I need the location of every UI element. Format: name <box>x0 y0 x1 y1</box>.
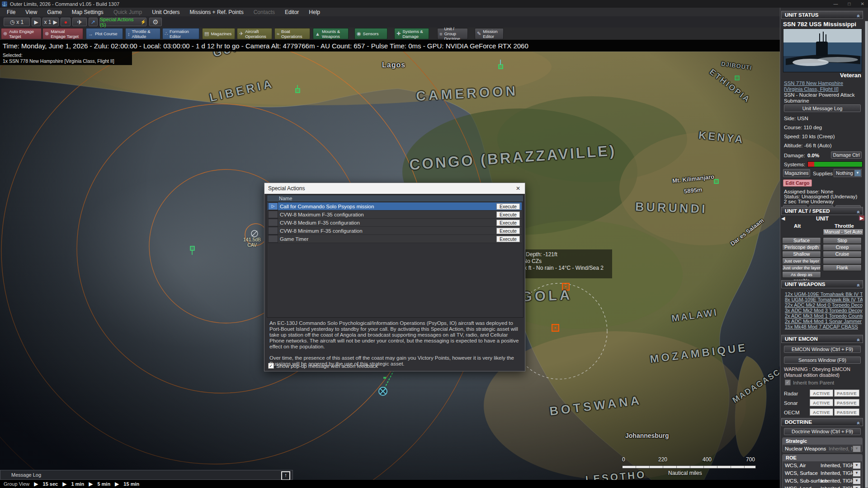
special-action-row-cvw8-min[interactable]: CVW-8 Minimum F-35 configuration Execute <box>268 227 522 235</box>
record-button[interactable]: ● <box>61 18 71 26</box>
alt-just-over-layer-button[interactable]: Just over the layer <box>782 258 821 264</box>
doctrine-window-button[interactable]: Doctrine Window (Ctrl + F9) <box>784 428 861 435</box>
menu-help[interactable]: Help <box>304 9 325 15</box>
sonar-active-button[interactable]: ACTIVE <box>810 399 833 406</box>
sonar-passive-button[interactable]: PASSIVE <box>834 399 859 406</box>
throttle-flank-button[interactable]: Flank <box>823 264 862 271</box>
oecm-passive-button[interactable]: PASSIVE <box>834 408 859 416</box>
manual-engage-target-button[interactable]: ⊗ ManualEngage Target <box>42 28 83 39</box>
menu-unit-orders[interactable]: Unit Orders <box>147 9 184 15</box>
dropdown-chevron-icon[interactable]: ▼ <box>853 462 861 469</box>
alt-just-under-layer-button[interactable]: Just under the layer <box>782 264 821 271</box>
sensors-window-button[interactable]: Sensors Window (F9) <box>784 357 861 364</box>
execute-button[interactable]: Execute <box>496 203 520 210</box>
popup-feedback-option[interactable]: ✓ Show pop-up message with action feedba… <box>268 363 378 369</box>
special-action-row-commando-solo[interactable]: ▷ Call for Commando Solo Psyops mission … <box>268 202 522 211</box>
radar-active-button[interactable]: ACTIVE <box>810 389 833 397</box>
time-step-15sec[interactable]: 15 sec <box>43 481 58 487</box>
unit-status-header[interactable]: UNIT STATUS » <box>781 11 863 19</box>
magazines-button[interactable]: ▤ Magazines <box>202 28 235 39</box>
auto-engage-target-button[interactable]: ⊕ Auto EngageTarget <box>1 28 42 39</box>
sidebar-scrollbar[interactable] <box>865 21 868 488</box>
boat-operations-button[interactable]: ≈ BoatOperations <box>274 28 310 39</box>
jump-to-button[interactable]: ↗ <box>89 18 98 26</box>
execute-button[interactable]: Execute <box>496 220 520 226</box>
throttle-altitude-button[interactable]: ↕ Throttle &Altitude <box>125 28 160 39</box>
scope-next-icon[interactable]: ▶ <box>859 216 864 221</box>
throttle-full-button[interactable] <box>823 258 862 264</box>
expand-up-icon[interactable]: ↑ <box>281 471 290 480</box>
special-action-row-game-timer[interactable]: Game Timer Execute <box>268 235 522 243</box>
throttle-stop-button[interactable]: Stop <box>823 237 862 244</box>
menu-editor[interactable]: Editor <box>280 9 304 15</box>
manual-set-auto-button[interactable]: Manual - Set Auto <box>823 229 863 235</box>
menu-map-settings[interactable]: Map Settings <box>67 9 108 15</box>
alt-as-deep-as-possible-button[interactable]: As deep as possible <box>782 271 821 278</box>
unit-class-link[interactable]: SSN 778 New Hampshire [Virginia Class, F… <box>784 80 862 92</box>
mission-editor-button[interactable]: ✎ MissionEditor <box>475 28 504 39</box>
time-step-5min[interactable]: 5 min <box>97 481 110 487</box>
damage-ctrl-button[interactable]: Damage Ctrl <box>831 151 862 159</box>
alt-surface-button[interactable]: Surface <box>782 237 821 244</box>
roe-group: ROE WCS, Air Inherited, TIGHT ▼ WCS, Sur… <box>782 454 863 488</box>
time-step-15min[interactable]: 15 min <box>123 481 139 487</box>
special-actions-button[interactable]: Special Actions (5) ⚡ <box>99 18 146 26</box>
unit-emcon-header[interactable]: UNIT EMCON » <box>781 335 863 343</box>
unit-weapons-header[interactable]: UNIT WEAPONS » <box>781 280 863 288</box>
dialog-titlebar[interactable]: Special Actions ✕ <box>264 183 525 194</box>
maximize-icon[interactable]: □ <box>848 1 851 6</box>
unit-alt-speed-header[interactable]: UNIT ALT / SPEED » <box>781 207 863 215</box>
radar-passive-button[interactable]: PASSIVE <box>834 389 859 397</box>
throttle-creep-button[interactable]: Creep <box>823 244 862 251</box>
plot-course-button[interactable]: → Plot Course <box>86 28 123 39</box>
close-icon[interactable]: ✕ <box>861 1 864 6</box>
execute-button[interactable]: Execute <box>496 228 520 234</box>
execute-button[interactable]: Execute <box>496 211 520 218</box>
formation-editor-button[interactable]: ∴ FormationEditor <box>162 28 199 39</box>
throttle-cruise-button[interactable]: Cruise <box>823 251 862 258</box>
supplies-dropdown[interactable]: Nothing ▼ <box>834 169 862 177</box>
unit-message-log-button[interactable]: Unit Message Log <box>784 104 861 112</box>
execute-button[interactable]: Execute <box>496 236 520 242</box>
dropdown-chevron-icon[interactable]: ▼ <box>853 485 861 488</box>
step-button[interactable]: x 1 ▶ <box>42 18 59 26</box>
time-compression-button[interactable]: ◷ x 1 <box>4 18 30 26</box>
emcon-window-button[interactable]: EMCON Window (Ctrl + F9) <box>784 346 861 353</box>
menu-file[interactable]: File <box>2 9 20 15</box>
special-action-row-cvw8-med[interactable]: CVW-8 Medium F-35 configuration Execute <box>268 219 522 227</box>
alt-shallow-button[interactable]: Shallow <box>782 251 821 258</box>
systems-damage-button[interactable]: ✚ Systems &Damage <box>394 28 429 39</box>
sensors-button[interactable]: ◉ Sensors <box>354 28 387 39</box>
oecm-active-button[interactable]: ACTIVE <box>810 408 833 416</box>
dropdown-chevron-icon[interactable]: ▼ <box>853 478 861 484</box>
weapon-link[interactable]: 8x UGM-109E Tomahawk Blk IV TACTOM <box>785 297 863 302</box>
weapon-link[interactable]: 22x ADC Mk2 Mod 0 Torpedo Decoy <box>785 302 863 308</box>
aircraft-operations-button[interactable]: ✈ AircraftOperations <box>237 28 272 39</box>
time-step-1min[interactable]: 1 min <box>71 481 84 487</box>
settings-gear-button[interactable]: ⚙ <box>149 18 162 26</box>
weapon-link[interactable]: 2x ADC Mk4 Mod 1 Sonar Jammer <box>785 319 863 324</box>
checkbox-checked-icon[interactable]: ✓ <box>268 363 274 369</box>
doctrine-header[interactable]: DOCTRINE » <box>781 418 863 426</box>
weapon-link[interactable]: 2x ADC Mk3 Mod 1 Torpedo Countermeasure <box>785 313 863 319</box>
air-ops-shortcut-button[interactable]: ✈ <box>72 18 87 26</box>
weapon-link[interactable]: 3x ADC Mk2 Mod 3 Torpedo Decoy <box>785 308 863 313</box>
dropdown-chevron-icon[interactable]: ▼ <box>853 470 861 477</box>
menu-view[interactable]: View <box>20 9 42 15</box>
dialog-close-icon[interactable]: ✕ <box>514 185 522 192</box>
message-log-bar[interactable]: Message Log ↑ <box>0 470 293 480</box>
strategic-group: Strategic Nuclear Weapons Inherited, NOT… <box>782 437 863 452</box>
unit-group-doctrine-button[interactable]: ≡ Unit / GroupDoctrine <box>437 28 468 39</box>
magazines-button[interactable]: Magazines <box>783 169 810 177</box>
menu-game[interactable]: Game <box>42 9 67 15</box>
weapon-link[interactable]: 12x UGM-109E Tomahawk Blk IV TACTOM <box>785 291 863 297</box>
special-action-row-cvw8-max[interactable]: CVW-8 Maximum F-35 configuration Execute <box>268 211 522 219</box>
minimize-icon[interactable]: — <box>834 1 838 6</box>
alt-periscope-depth-button[interactable]: Periscope depth <box>782 244 821 251</box>
mounts-weapons-button[interactable]: ▲ Mounts &Weapons <box>313 28 349 39</box>
weapon-link[interactable]: 15x Mk48 Mod 7 ADCAP CBASS <box>785 324 863 329</box>
edit-cargo-button[interactable]: Edit Cargo <box>783 179 812 187</box>
menu-missions-ref-points[interactable]: Missions + Ref. Points <box>185 9 249 15</box>
collapse-chevron-icon: » <box>854 284 862 287</box>
play-button[interactable]: ▶ <box>32 18 41 26</box>
